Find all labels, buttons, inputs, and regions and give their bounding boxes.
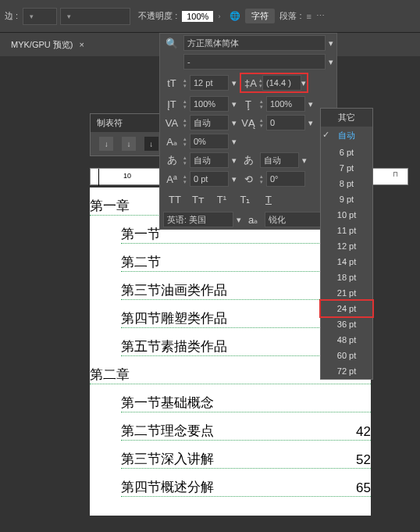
paragraph-tab[interactable]: 段落 : xyxy=(279,10,301,22)
stroke-dropdown[interactable]: ▾ xyxy=(23,8,57,25)
skew-icon: あ xyxy=(163,153,180,167)
chevron-down-icon[interactable]: ▾ xyxy=(232,174,237,184)
dropdown-item[interactable]: 48 pt xyxy=(321,332,372,348)
close-icon[interactable]: × xyxy=(79,40,84,49)
spinner[interactable]: ▴▾ xyxy=(183,98,187,109)
tab-align-right[interactable]: ↓ xyxy=(144,137,158,151)
kerning-field[interactable]: 自动 xyxy=(190,115,229,130)
chevron-down-icon[interactable]: ▾ xyxy=(308,118,313,128)
dropdown-item[interactable]: 10 pt xyxy=(321,207,372,223)
hscale-icon: Ţ xyxy=(240,97,257,111)
tracking-field[interactable]: 0 xyxy=(266,115,305,130)
font-size-icon: tT xyxy=(163,76,180,90)
chevron-down-icon[interactable]: ▾ xyxy=(301,78,306,88)
tab-align-center[interactable]: ↓ xyxy=(122,137,136,151)
chevron-down-icon[interactable]: ▾ xyxy=(232,155,237,166)
dropdown-item[interactable]: 21 pt xyxy=(321,285,372,301)
underline-button[interactable]: T xyxy=(260,191,277,207)
opacity-flyout-icon[interactable]: › xyxy=(218,12,220,20)
dropdown-item[interactable]: 12 pt xyxy=(321,238,372,254)
skew-field[interactable]: 自动 xyxy=(190,152,229,168)
spinner[interactable]: ▴▾ xyxy=(183,136,187,147)
toc-entry[interactable]: 第四节概述分解65 xyxy=(121,469,371,497)
toc-entry[interactable]: 第二节理念要点42 xyxy=(121,412,371,441)
font-family-field[interactable]: 方正黑体简体 xyxy=(183,35,326,51)
dropdown-header: 其它 xyxy=(321,109,372,127)
chevron-down-icon[interactable]: ▾ xyxy=(232,137,237,147)
chevron-down-icon: ▾ xyxy=(30,12,34,20)
dropdown-item[interactable]: 11 pt xyxy=(321,223,372,238)
dropdown-item[interactable]: 9 pt xyxy=(321,191,372,207)
rotate-icon: ⟲ xyxy=(240,172,257,186)
chevron-down-icon[interactable]: ▾ xyxy=(329,57,333,67)
character-panel: 🔍 方正黑体简体 ▾ - ▾ tT ▴▾ 12 pt ▾ ‡A ▴▾ (14.4… xyxy=(159,33,337,230)
dropdown-item[interactable]: 6 pt xyxy=(321,145,372,160)
search-icon[interactable]: 🔍 xyxy=(163,36,180,50)
dropdown-item[interactable]: 60 pt xyxy=(321,348,372,363)
rotate-field[interactable]: 0° xyxy=(266,171,305,187)
subscript-button[interactable]: T₁ xyxy=(237,191,254,207)
chevron-down-icon[interactable]: ▾ xyxy=(232,99,237,109)
spinner[interactable]: ▴▾ xyxy=(183,173,187,184)
skew2-field[interactable]: 自动 xyxy=(260,152,299,168)
dropdown-item[interactable]: 7 pt xyxy=(321,160,372,176)
globe-icon[interactable]: 🌐 xyxy=(230,11,240,21)
spinner[interactable]: ▴▾ xyxy=(260,98,263,109)
superscript-button[interactable]: T¹ xyxy=(213,191,230,207)
options-bar: 边 : ▾ ▾ 不透明度 : 100% › 🌐 字符 段落 : ≡ ⋯ xyxy=(0,0,420,33)
document-tab[interactable]: MYK/GPU 预览) × xyxy=(5,36,91,54)
language-field[interactable]: 英语: 美国 xyxy=(163,212,233,227)
spinner[interactable]: ▴▾ xyxy=(183,77,187,88)
baseline-field[interactable]: 0% xyxy=(190,134,229,149)
aa-icon: aₐ xyxy=(244,212,262,227)
chevron-down-icon[interactable]: ▾ xyxy=(232,118,237,128)
magnet-icon[interactable]: ⊓ xyxy=(393,170,398,178)
opacity-value[interactable]: 100% xyxy=(182,11,213,22)
leading-icon: ‡A xyxy=(242,76,259,90)
chevron-down-icon[interactable]: ▾ xyxy=(237,215,241,225)
tabs-panel-title: 制表符 xyxy=(91,114,167,132)
weight-icon: Aª xyxy=(163,172,180,186)
toc-entry[interactable]: 第三节深入讲解52 xyxy=(121,441,371,469)
chevron-down-icon[interactable]: ▾ xyxy=(329,38,333,48)
tracking-icon: VĄ xyxy=(240,116,257,130)
kerning-icon: VA xyxy=(163,116,180,130)
leading-field[interactable]: (14.4 ) xyxy=(262,75,301,91)
font-size-field[interactable]: 12 pt xyxy=(190,75,229,91)
antialias-field[interactable]: 锐化 xyxy=(265,212,326,227)
align-icon[interactable]: ≡ xyxy=(307,12,311,21)
spinner[interactable]: ▴▾ xyxy=(260,173,263,184)
leading-dropdown: 其它 自动 6 pt 7 pt 8 pt 9 pt 10 pt 11 pt 12… xyxy=(320,108,373,380)
vscale-field[interactable]: 100% xyxy=(190,96,229,112)
allcaps-button[interactable]: TT xyxy=(166,191,183,207)
style-dropdown[interactable]: ▾ xyxy=(60,8,130,25)
dropdown-item-auto[interactable]: 自动 xyxy=(321,127,372,145)
dropdown-item[interactable]: 14 pt xyxy=(321,254,372,270)
smallcaps-button[interactable]: Tᴛ xyxy=(190,191,207,207)
stroke-label: 边 : xyxy=(0,10,23,22)
opacity-label: 不透明度 : xyxy=(133,10,182,22)
dropdown-item[interactable]: 72 pt xyxy=(321,363,372,379)
chevron-down-icon[interactable]: ▾ xyxy=(232,78,237,88)
dropdown-item[interactable]: 8 pt xyxy=(321,176,372,191)
spinner[interactable]: ▴▾ xyxy=(183,117,187,128)
spinner[interactable]: ▴▾ xyxy=(260,117,263,128)
tab-align-left[interactable]: ↓ xyxy=(99,137,113,151)
skew2-icon: あ xyxy=(240,153,257,167)
dropdown-item-highlighted[interactable]: 24 pt xyxy=(319,299,374,318)
weight-field[interactable]: 0 pt xyxy=(190,171,229,187)
character-tab[interactable]: 字符 xyxy=(245,9,275,23)
ruler-mark: 10 xyxy=(123,172,131,180)
toc-entry[interactable]: 第一节基础概念 xyxy=(121,384,371,412)
chevron-down-icon[interactable]: ▾ xyxy=(302,155,307,166)
menu-icon[interactable]: ⋯ xyxy=(316,11,325,21)
dropdown-item[interactable]: 36 pt xyxy=(321,316,372,332)
font-style-field[interactable]: - xyxy=(183,54,326,70)
tabs-panel: 制表符 ↓ ↓ ↓ xyxy=(90,113,168,156)
hscale-field[interactable]: 100% xyxy=(266,96,305,112)
chevron-down-icon[interactable]: ▾ xyxy=(308,99,313,109)
baseline-icon: Aₐ xyxy=(163,134,180,148)
dropdown-item[interactable]: 18 pt xyxy=(321,270,372,285)
spinner[interactable]: ▴▾ xyxy=(183,155,187,166)
chevron-down-icon: ▾ xyxy=(67,12,71,20)
